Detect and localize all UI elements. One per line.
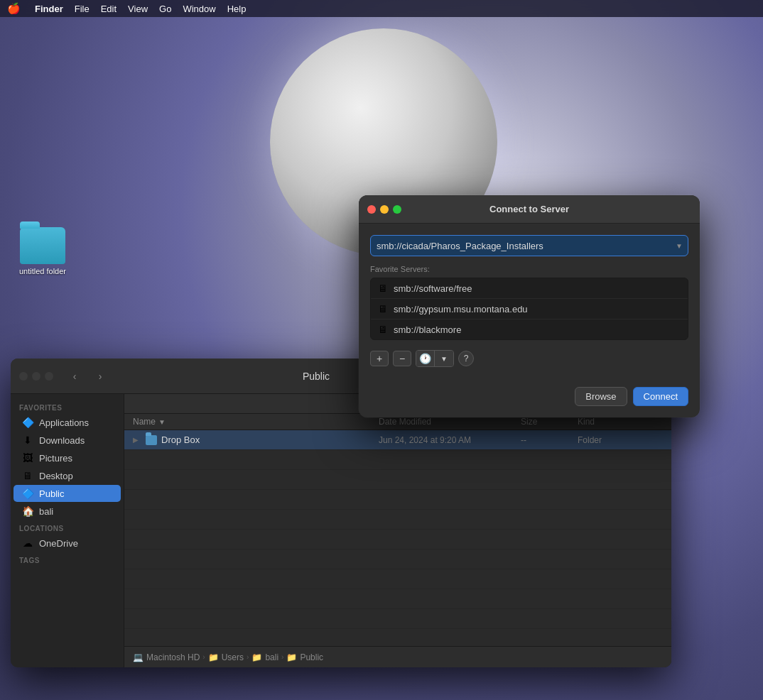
column-header-name[interactable]: Name ▼ xyxy=(133,417,379,427)
dialog-maximize-button[interactable] xyxy=(393,205,401,214)
dialog-minimize-button[interactable] xyxy=(380,205,389,214)
sidebar-tags-label: Tags xyxy=(11,552,124,566)
file-kind-dropbox: Folder xyxy=(578,435,663,445)
add-favorite-button[interactable]: + xyxy=(370,351,389,366)
desktop-icon: 🖥 xyxy=(22,470,33,481)
pictures-icon: 🖼 xyxy=(22,452,33,464)
maximize-button[interactable] xyxy=(45,372,53,381)
breadcrumb-sep-2: › xyxy=(247,653,249,661)
column-header-kind[interactable]: Kind xyxy=(578,417,663,427)
sidebar-label-bali: bali xyxy=(39,506,53,517)
desktop-folder-untitled[interactable]: untitled folder xyxy=(14,227,71,275)
users-folder-icon: 📁 xyxy=(208,652,219,662)
menu-go[interactable]: Go xyxy=(159,4,171,14)
breadcrumb-sep-1: › xyxy=(202,653,205,661)
favorite-label-3: smb://blackmore xyxy=(394,324,461,335)
server-url-wrapper: ▼ xyxy=(370,235,688,256)
recent-servers-button[interactable]: 🕐 xyxy=(416,351,435,366)
sidebar-locations-label: Locations xyxy=(11,520,124,534)
sidebar-item-desktop[interactable]: 🖥 Desktop xyxy=(13,467,121,484)
menu-window[interactable]: Window xyxy=(183,4,215,14)
downloads-icon: ⬇ xyxy=(22,434,33,446)
file-size-dropbox: -- xyxy=(521,435,578,445)
server-url-input[interactable] xyxy=(370,235,688,256)
menu-help[interactable]: Help xyxy=(227,4,247,14)
file-row-empty-7 xyxy=(124,569,671,589)
file-row-empty-4 xyxy=(124,510,671,530)
file-date-dropbox: Jun 24, 2024 at 9:20 AM xyxy=(379,435,521,445)
sort-arrow: ▼ xyxy=(158,418,166,426)
finder-main: Public + Name ▼ Date Modified Size Kind … xyxy=(124,394,671,667)
file-row-empty-1 xyxy=(124,450,671,470)
close-button[interactable] xyxy=(19,372,28,381)
file-name-dropbox: Drop Box xyxy=(161,434,200,445)
sidebar-label-applications: Applications xyxy=(39,417,89,428)
menu-view[interactable]: View xyxy=(128,4,148,14)
back-button[interactable]: ‹ xyxy=(65,368,85,384)
finder-body: Favorites 🔷 Applications ⬇ Downloads 🖼 P… xyxy=(11,394,671,667)
file-list: ▶ Drop Box Jun 24, 2024 at 9:20 AM -- Fo… xyxy=(124,430,671,646)
finder-statusbar: 💻 Macintosh HD › 📁 Users › 📁 bali › 📁 Pu… xyxy=(124,646,671,667)
sidebar-item-onedrive[interactable]: ☁ OneDrive xyxy=(13,535,121,552)
menu-edit[interactable]: Edit xyxy=(101,4,117,14)
dialog-title: Connect to Server xyxy=(489,204,569,214)
sidebar-item-pictures[interactable]: 🖼 Pictures xyxy=(13,449,121,466)
minimize-button[interactable] xyxy=(32,372,40,381)
sidebar-label-pictures: Pictures xyxy=(39,453,72,464)
sidebar-label-public: Public xyxy=(39,488,64,499)
file-row-empty-8 xyxy=(124,589,671,609)
recent-dropdown-button[interactable]: ▼ xyxy=(435,351,453,366)
dialog-close-button[interactable] xyxy=(367,205,376,214)
onedrive-icon: ☁ xyxy=(22,537,33,549)
menu-bar: 🍎 Finder File Edit View Go Window Help xyxy=(0,0,763,17)
sidebar-item-public[interactable]: 🔷 Public xyxy=(13,485,121,502)
expand-arrow: ▶ xyxy=(133,436,141,444)
folder-label: untitled folder xyxy=(19,267,66,275)
file-row-empty-2 xyxy=(124,470,671,490)
remove-favorite-button[interactable]: − xyxy=(393,351,411,366)
breadcrumb-sep-3: › xyxy=(281,653,283,661)
column-header-date[interactable]: Date Modified xyxy=(379,417,521,427)
file-row-empty-6 xyxy=(124,549,671,569)
forward-button[interactable]: › xyxy=(90,368,110,384)
file-row-empty-10 xyxy=(124,629,671,646)
file-row-dropbox[interactable]: ▶ Drop Box Jun 24, 2024 at 9:20 AM -- Fo… xyxy=(124,430,671,450)
sidebar-item-bali[interactable]: 🏠 bali xyxy=(13,503,121,520)
favorite-label-1: smb://software/free xyxy=(394,283,472,294)
macintosh-hd-icon: 💻 xyxy=(133,652,144,662)
help-button[interactable]: ? xyxy=(458,351,474,366)
favorite-item-software[interactable]: 🖥 smb://software/free xyxy=(371,278,688,299)
sidebar-item-applications[interactable]: 🔷 Applications xyxy=(13,414,121,431)
bali-folder-icon: 📁 xyxy=(251,652,262,662)
browse-button[interactable]: Browse xyxy=(575,387,627,406)
dialog-actions-row: + − 🕐 ▼ ? xyxy=(370,350,688,367)
favorites-list: 🖥 smb://software/free 🖥 smb://gypsum.msu… xyxy=(370,278,688,340)
dialog-titlebar: Connect to Server xyxy=(359,195,700,224)
breadcrumb-users[interactable]: 📁 Users xyxy=(208,652,244,662)
breadcrumb-bali[interactable]: 📁 bali xyxy=(251,652,278,662)
file-row-empty-5 xyxy=(124,530,671,549)
column-header-size[interactable]: Size xyxy=(521,417,578,427)
favorite-item-gypsum[interactable]: 🖥 smb://gypsum.msu.montana.edu xyxy=(371,299,688,319)
sidebar-label-onedrive: OneDrive xyxy=(39,538,78,549)
favorites-label: Favorite Servers: xyxy=(370,265,688,273)
favorite-item-blackmore[interactable]: 🖥 smb://blackmore xyxy=(371,319,688,339)
public-folder-icon: 📁 xyxy=(286,652,297,662)
sidebar-item-downloads[interactable]: ⬇ Downloads xyxy=(13,432,121,449)
server-icon-3: 🖥 xyxy=(378,324,388,335)
connect-button[interactable]: Connect xyxy=(633,387,688,406)
server-icon-1: 🖥 xyxy=(378,283,388,294)
file-row-empty-3 xyxy=(124,490,671,510)
menu-file[interactable]: File xyxy=(75,4,90,14)
connect-to-server-dialog: Connect to Server ▼ Favorite Servers: 🖥 … xyxy=(359,195,700,417)
apple-menu[interactable]: 🍎 xyxy=(7,2,21,15)
dialog-traffic-lights xyxy=(367,205,401,214)
file-row-empty-9 xyxy=(124,609,671,629)
app-menu-finder[interactable]: Finder xyxy=(35,4,63,14)
traffic-lights xyxy=(19,372,53,381)
breadcrumb-public[interactable]: 📁 Public xyxy=(286,652,323,662)
breadcrumb-macintosh-hd-label: Macintosh HD xyxy=(146,652,200,662)
sidebar-label-desktop: Desktop xyxy=(39,471,73,481)
breadcrumb-macintosh-hd[interactable]: 💻 Macintosh HD xyxy=(133,652,200,662)
folder-icon xyxy=(20,227,65,264)
